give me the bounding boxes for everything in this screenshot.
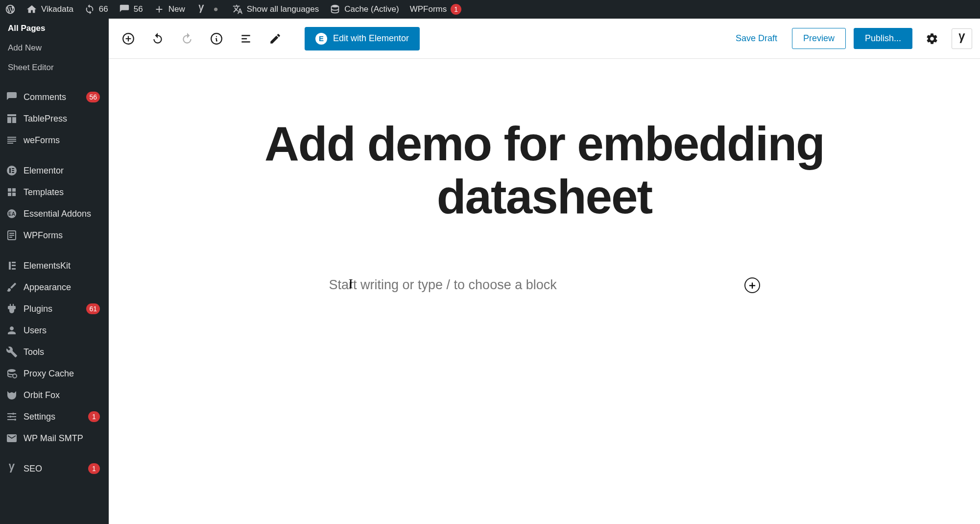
sidebar-item-wp-mail-smtp[interactable]: WP Mail SMTP bbox=[0, 427, 109, 449]
orbit-fox-label: Orbit Fox bbox=[24, 390, 60, 400]
details-button[interactable] bbox=[205, 27, 228, 50]
sheet-editor-label: Sheet Editor bbox=[8, 63, 54, 73]
comment-icon bbox=[119, 4, 130, 15]
svg-text:EA: EA bbox=[8, 211, 15, 217]
sidebar-item-weforms[interactable]: weForms bbox=[0, 129, 109, 151]
add-block-button[interactable] bbox=[117, 27, 140, 50]
elementskit-label: ElementsKit bbox=[24, 261, 71, 271]
seo-label: SEO bbox=[24, 464, 42, 474]
plugins-badge: 61 bbox=[86, 303, 100, 314]
new-content-link[interactable]: New bbox=[154, 4, 185, 15]
site-name-link[interactable]: Vikadata bbox=[26, 4, 73, 15]
text-cursor-icon: I bbox=[349, 276, 350, 293]
svg-point-13 bbox=[14, 419, 16, 421]
yoast-icon bbox=[196, 4, 207, 15]
comments-link[interactable]: 56 bbox=[119, 4, 143, 15]
wpforms-bar-label: WPForms bbox=[410, 4, 447, 14]
sidebar-item-seo[interactable]: SEO 1 bbox=[0, 458, 109, 479]
essential-addons-label: Essential Addons bbox=[24, 209, 91, 219]
sidebar-item-plugins[interactable]: Plugins 61 bbox=[0, 298, 109, 320]
plugin-icon bbox=[6, 303, 18, 315]
block-placeholder-input[interactable]: Start writing or type / to choose a bloc… bbox=[329, 277, 557, 293]
editor-toolbar: E Edit with Elementor Save Draft Preview… bbox=[109, 19, 980, 59]
proxy-cache-label: Proxy Cache bbox=[24, 369, 74, 379]
fox-icon bbox=[6, 389, 18, 401]
sliders-icon bbox=[6, 411, 18, 423]
yoast-bar-item[interactable]: ● bbox=[196, 4, 221, 15]
sidebar-item-essential-addons[interactable]: EA Essential Addons bbox=[0, 203, 109, 225]
users-label: Users bbox=[24, 325, 47, 336]
placeholder-text: Start writing or type / to choose a bloc… bbox=[329, 277, 557, 292]
redo-button[interactable] bbox=[175, 27, 199, 50]
comments-label: Comments bbox=[24, 92, 66, 102]
home-icon bbox=[26, 4, 37, 15]
settings-badge: 1 bbox=[88, 411, 100, 422]
tools-label: Tools bbox=[24, 347, 44, 357]
brush-icon bbox=[6, 281, 18, 293]
block-placeholder-row: Start writing or type / to choose a bloc… bbox=[329, 277, 760, 293]
svg-rect-4 bbox=[12, 170, 14, 171]
add-new-label: Add New bbox=[8, 43, 42, 53]
yoast-panel-button[interactable] bbox=[952, 28, 972, 49]
inline-add-block-button[interactable]: ＋ bbox=[744, 277, 760, 293]
outline-button[interactable] bbox=[234, 27, 258, 50]
edit-mode-button[interactable] bbox=[263, 27, 287, 50]
sidebar-item-all-pages[interactable]: All Pages bbox=[0, 19, 109, 38]
sidebar-item-users[interactable]: Users bbox=[0, 320, 109, 341]
svg-rect-5 bbox=[12, 172, 14, 173]
weforms-label: weForms bbox=[24, 135, 60, 146]
undo-button[interactable] bbox=[146, 27, 169, 50]
database-icon bbox=[330, 4, 340, 15]
wp-logo[interactable] bbox=[5, 4, 16, 15]
sidebar-item-sheet-editor[interactable]: Sheet Editor bbox=[0, 58, 109, 77]
svg-point-12 bbox=[9, 416, 11, 418]
toolbar-right: Save Draft Preview Publish... bbox=[729, 27, 972, 50]
save-draft-button[interactable]: Save Draft bbox=[729, 28, 784, 49]
languages-label: Show all languages bbox=[247, 4, 319, 14]
wrench-icon bbox=[6, 346, 18, 358]
elementor-icon bbox=[6, 165, 18, 176]
updates-icon bbox=[84, 4, 95, 15]
svg-point-9 bbox=[8, 369, 16, 372]
updates-link[interactable]: 66 bbox=[84, 4, 108, 15]
sidebar-item-tools[interactable]: Tools bbox=[0, 341, 109, 363]
sidebar-item-elementor[interactable]: Elementor bbox=[0, 160, 109, 181]
sidebar-item-orbit-fox[interactable]: Orbit Fox bbox=[0, 384, 109, 406]
elementor-label: Elementor bbox=[24, 166, 64, 176]
seo-badge: 1 bbox=[88, 463, 100, 474]
table-icon bbox=[6, 113, 18, 125]
mail-icon bbox=[6, 432, 18, 444]
plugins-label: Plugins bbox=[24, 304, 52, 314]
sidebar-item-settings[interactable]: Settings 1 bbox=[0, 406, 109, 427]
elementskit-icon bbox=[6, 260, 18, 272]
settings-panel-button[interactable] bbox=[920, 27, 944, 50]
sidebar-item-proxy-cache[interactable]: Proxy Cache bbox=[0, 363, 109, 384]
edit-with-elementor-button[interactable]: E Edit with Elementor bbox=[305, 27, 420, 50]
sidebar-item-appearance[interactable]: Appearance bbox=[0, 276, 109, 298]
updates-count: 66 bbox=[99, 4, 108, 14]
tablepress-label: TablePress bbox=[24, 114, 67, 124]
languages-link[interactable]: Show all languages bbox=[232, 4, 319, 15]
sidebar-item-wpforms[interactable]: WPForms bbox=[0, 225, 109, 246]
admin-bar: Vikadata 66 56 New ● Show all languages … bbox=[0, 0, 980, 19]
status-dot-icon: ● bbox=[211, 4, 221, 15]
wpforms-bar-link[interactable]: WPForms 1 bbox=[410, 4, 462, 15]
sidebar-item-add-new[interactable]: Add New bbox=[0, 38, 109, 58]
cache-link[interactable]: Cache (Active) bbox=[330, 4, 399, 15]
comments-badge: 56 bbox=[86, 92, 100, 102]
sidebar-item-comments[interactable]: Comments 56 bbox=[0, 86, 109, 108]
sidebar-item-tablepress[interactable]: TablePress bbox=[0, 108, 109, 129]
page-title-input[interactable]: Add demo for embedding datasheet bbox=[190, 118, 900, 224]
publish-button[interactable]: Publish... bbox=[854, 28, 912, 49]
svg-rect-3 bbox=[12, 168, 14, 169]
svg-point-11 bbox=[12, 413, 14, 415]
templates-label: Templates bbox=[24, 187, 64, 198]
elementor-e-icon: E bbox=[315, 33, 327, 45]
wordpress-icon bbox=[5, 4, 16, 15]
sidebar-item-templates[interactable]: Templates bbox=[0, 181, 109, 203]
sidebar-item-elementskit[interactable]: ElementsKit bbox=[0, 255, 109, 276]
wpforms-icon bbox=[6, 229, 18, 241]
yoast-icon bbox=[6, 463, 18, 474]
preview-button[interactable]: Preview bbox=[792, 28, 846, 49]
templates-icon bbox=[6, 186, 18, 198]
